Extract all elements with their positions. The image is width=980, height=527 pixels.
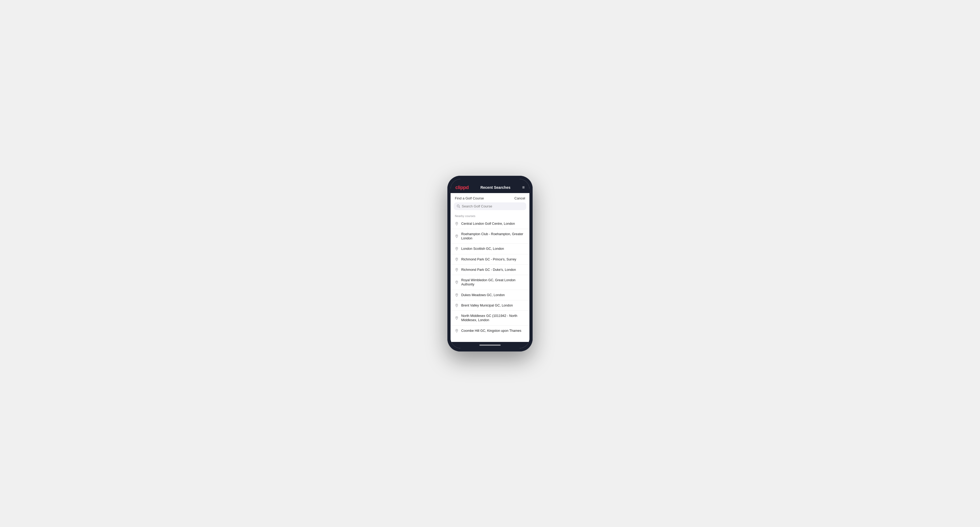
courses-list: Nearby courses Central London Golf Centr…: [450, 212, 530, 342]
home-indicator: [450, 342, 530, 348]
app-header-title: Recent Searches: [480, 185, 511, 190]
svg-point-5: [457, 258, 457, 259]
list-item[interactable]: North Middlesex GC (1011942 - North Midd…: [450, 311, 530, 326]
list-item[interactable]: Coombe Hill GC, Kingston upon Thames: [450, 326, 530, 336]
svg-point-8: [457, 294, 457, 295]
menu-icon[interactable]: ≡: [522, 185, 525, 190]
app-header: clippd Recent Searches ≡: [450, 183, 530, 193]
location-icon: [455, 257, 458, 261]
course-name: Coombe Hill GC, Kingston upon Thames: [461, 329, 522, 333]
find-label: Find a Golf Course: [455, 196, 484, 200]
svg-point-10: [457, 317, 457, 318]
svg-point-2: [457, 222, 457, 224]
app-logo: clippd: [455, 185, 469, 190]
svg-point-9: [457, 305, 457, 305]
svg-point-4: [457, 248, 457, 249]
course-name: Royal Wimbledon GC, Great London Authori…: [461, 278, 525, 287]
search-icon: [457, 204, 460, 208]
list-item[interactable]: Brent Valley Municipal GC, London: [450, 300, 530, 311]
location-icon: [455, 234, 458, 238]
location-icon: [455, 316, 458, 320]
location-icon: [455, 280, 458, 284]
course-name: Richmond Park GC - Duke's, London: [461, 268, 516, 272]
course-name: Richmond Park GC - Prince's, Surrey: [461, 257, 516, 262]
home-bar: [479, 344, 501, 346]
svg-point-3: [457, 235, 457, 236]
course-name: London Scottish GC, London: [461, 247, 504, 251]
svg-point-7: [457, 281, 457, 282]
list-item[interactable]: London Scottish GC, London: [450, 244, 530, 254]
phone-screen: clippd Recent Searches ≡ Find a Golf Cou…: [450, 179, 530, 348]
cancel-button[interactable]: Cancel: [514, 196, 525, 200]
search-bar-container: [450, 202, 530, 212]
find-bar: Find a Golf Course Cancel: [450, 193, 530, 202]
course-name: Dukes Meadows GC, London: [461, 293, 505, 297]
course-name: Roehampton Club - Roehampton, Greater Lo…: [461, 232, 525, 241]
status-bar: [450, 179, 530, 183]
svg-line-1: [459, 207, 460, 208]
location-icon: [455, 303, 458, 307]
location-icon: [455, 293, 458, 297]
course-name: Brent Valley Municipal GC, London: [461, 303, 513, 308]
location-icon: [455, 222, 458, 225]
location-icon: [455, 329, 458, 333]
location-icon: [455, 268, 458, 271]
svg-point-11: [457, 330, 457, 330]
search-bar[interactable]: [454, 202, 526, 210]
list-item[interactable]: Central London Golf Centre, London: [450, 219, 530, 229]
svg-point-6: [457, 269, 457, 270]
list-item[interactable]: Roehampton Club - Roehampton, Greater Lo…: [450, 229, 530, 244]
location-icon: [455, 247, 458, 251]
list-item[interactable]: Royal Wimbledon GC, Great London Authori…: [450, 275, 530, 290]
list-item[interactable]: Richmond Park GC - Prince's, Surrey: [450, 254, 530, 265]
app-content: Find a Golf Course Cancel Nearby courses: [450, 193, 530, 342]
course-name: North Middlesex GC (1011942 - North Midd…: [461, 314, 525, 322]
search-input[interactable]: [462, 204, 523, 208]
list-item[interactable]: Dukes Meadows GC, London: [450, 290, 530, 300]
course-name: Central London Golf Centre, London: [461, 222, 515, 226]
phone-frame: clippd Recent Searches ≡ Find a Golf Cou…: [447, 176, 533, 351]
list-item[interactable]: Richmond Park GC - Duke's, London: [450, 265, 530, 275]
nearby-courses-header: Nearby courses: [450, 212, 530, 219]
